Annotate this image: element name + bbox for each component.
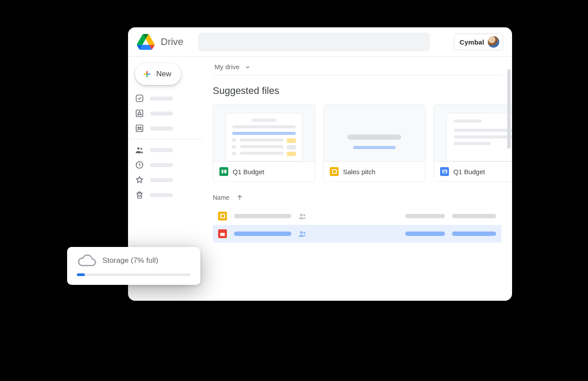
search-input[interactable] bbox=[198, 33, 430, 51]
svg-point-6 bbox=[140, 148, 142, 150]
image-icon bbox=[218, 229, 227, 238]
suggested-cards: Q1 Budget Sales pitch bbox=[213, 105, 512, 182]
file-list bbox=[213, 207, 501, 243]
storage-progress bbox=[77, 273, 191, 276]
avatar bbox=[488, 36, 499, 48]
svg-point-3 bbox=[138, 127, 139, 128]
storage-progress-fill bbox=[77, 273, 85, 276]
suggested-card[interactable]: Q1 Budget bbox=[433, 105, 512, 182]
sidebar-item-recent[interactable] bbox=[135, 161, 198, 169]
app-title: Drive bbox=[161, 36, 183, 48]
docs-icon bbox=[440, 167, 449, 176]
new-button[interactable]: New bbox=[135, 63, 181, 85]
chevron-down-icon bbox=[244, 64, 251, 71]
list-item[interactable] bbox=[213, 207, 501, 225]
svg-point-11 bbox=[303, 232, 305, 234]
svg-point-10 bbox=[300, 232, 303, 234]
people-icon bbox=[298, 213, 307, 219]
account-name: Cymbal bbox=[460, 38, 484, 46]
slides-icon bbox=[218, 212, 227, 220]
sidebar-nav-top bbox=[135, 94, 198, 133]
sidebar-item-shared[interactable] bbox=[135, 146, 198, 154]
sheets-icon bbox=[219, 167, 228, 176]
app-header: Drive Cymbal bbox=[128, 27, 512, 57]
svg-point-5 bbox=[137, 147, 139, 149]
scrollbar-thumb[interactable] bbox=[507, 69, 511, 149]
trash-icon bbox=[135, 190, 144, 199]
check-square-icon bbox=[135, 94, 144, 103]
suggested-card[interactable]: Q1 Budget bbox=[213, 105, 315, 182]
svg-point-4 bbox=[140, 127, 141, 128]
breadcrumb[interactable]: My drive bbox=[213, 57, 253, 75]
list-header[interactable]: Name bbox=[213, 194, 512, 201]
sidebar-nav-bottom bbox=[135, 146, 198, 199]
people-icon bbox=[135, 146, 144, 154]
drive-triangle-icon bbox=[135, 109, 144, 118]
drive-logo-icon bbox=[137, 34, 155, 50]
svg-point-9 bbox=[303, 214, 305, 217]
file-name: Sales pitch bbox=[343, 168, 375, 176]
svg-rect-0 bbox=[136, 95, 143, 102]
new-button-label: New bbox=[156, 70, 171, 78]
section-title: Suggested files bbox=[213, 85, 512, 97]
sidebar-divider bbox=[128, 139, 203, 139]
sidebar-item-mydrive[interactable] bbox=[135, 109, 198, 118]
file-name: Q1 Budget bbox=[233, 168, 264, 176]
plus-icon bbox=[142, 69, 152, 79]
breadcrumb-label: My drive bbox=[215, 63, 240, 71]
clock-icon bbox=[135, 161, 144, 169]
cloud-icon bbox=[77, 254, 96, 267]
svg-point-8 bbox=[300, 214, 303, 217]
shared-drives-icon bbox=[135, 124, 144, 133]
sidebar-item-starred[interactable] bbox=[135, 176, 198, 184]
storage-card[interactable]: Storage (7% full) bbox=[67, 247, 200, 285]
people-icon bbox=[298, 231, 307, 237]
list-item[interactable] bbox=[213, 225, 501, 243]
svg-rect-2 bbox=[136, 125, 143, 132]
main-content: My drive Suggested files bbox=[203, 57, 512, 301]
file-name: Q1 Budget bbox=[453, 168, 485, 176]
sidebar-item-trash[interactable] bbox=[135, 190, 198, 199]
column-name: Name bbox=[213, 194, 229, 201]
slides-icon bbox=[330, 167, 339, 176]
suggested-card[interactable]: Sales pitch bbox=[323, 105, 426, 182]
arrow-up-icon bbox=[236, 194, 243, 201]
storage-label: Storage (7% full) bbox=[102, 256, 158, 265]
star-icon bbox=[135, 176, 144, 184]
account-switcher[interactable]: Cymbal bbox=[454, 34, 503, 50]
sidebar-item-computers[interactable] bbox=[135, 124, 198, 133]
sidebar-item-priority[interactable] bbox=[135, 94, 198, 103]
